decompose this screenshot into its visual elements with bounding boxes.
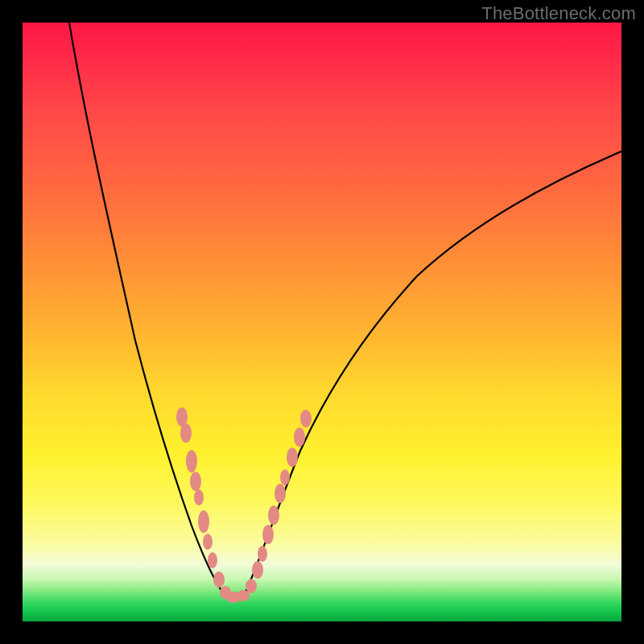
svg-point-17 <box>275 484 286 503</box>
svg-point-16 <box>268 506 279 525</box>
svg-point-8 <box>213 572 225 588</box>
svg-point-14 <box>258 546 267 562</box>
svg-point-18 <box>280 469 290 485</box>
svg-point-1 <box>180 423 192 443</box>
curve-svg <box>23 23 621 621</box>
svg-point-2 <box>186 450 197 473</box>
svg-point-4 <box>194 489 204 506</box>
svg-point-15 <box>262 525 274 544</box>
curve-left-branch <box>69 23 224 594</box>
chart-frame: TheBottleneck.com <box>0 0 644 644</box>
svg-point-21 <box>300 410 312 427</box>
svg-point-12 <box>246 579 257 593</box>
svg-point-19 <box>287 448 298 467</box>
curve-right-branch <box>245 151 621 594</box>
svg-point-7 <box>208 552 217 568</box>
svg-point-11 <box>237 590 250 601</box>
svg-point-13 <box>252 561 263 579</box>
svg-point-6 <box>203 534 213 550</box>
watermark-text: TheBottleneck.com <box>481 3 636 24</box>
svg-point-5 <box>198 510 209 533</box>
svg-point-3 <box>190 472 201 491</box>
svg-point-20 <box>294 427 305 447</box>
plot-area <box>23 23 621 621</box>
data-markers <box>176 407 312 603</box>
